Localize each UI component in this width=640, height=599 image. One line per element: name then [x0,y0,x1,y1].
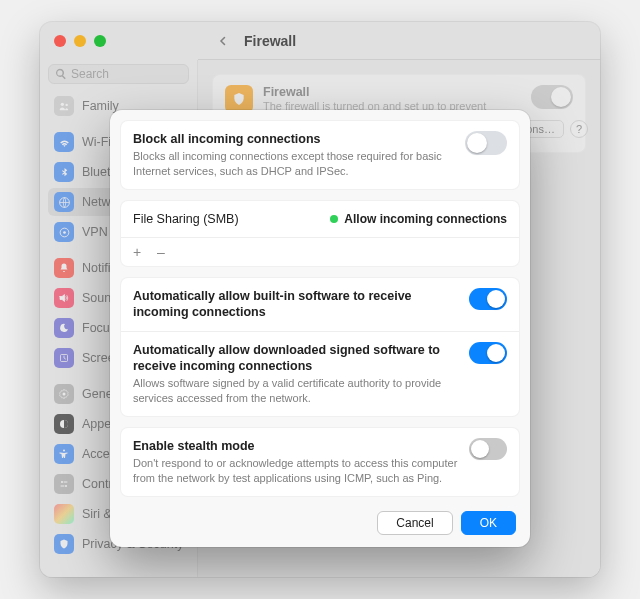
row-auto-builtin: Automatically allow built-in software to… [121,278,519,331]
stealth-toggle[interactable] [469,438,507,460]
block-all-toggle[interactable] [465,131,507,155]
auto-signed-toggle[interactable] [469,342,507,364]
file-sharing-label: File Sharing (SMB) [133,211,320,227]
stealth-desc: Don't respond to or acknowledge attempts… [133,456,459,486]
auto-builtin-title: Automatically allow built-in software to… [133,288,459,321]
ok-button[interactable]: OK [461,511,516,535]
firewall-options-dialog: Block all incoming connections Blocks al… [110,110,530,547]
modal-overlay: Block all incoming connections Blocks al… [40,22,600,577]
auto-signed-title: Automatically allow downloaded signed so… [133,342,459,375]
auto-builtin-toggle[interactable] [469,288,507,310]
system-settings-window: Search Family Wi-Fi Bluetooth [40,22,600,577]
row-auto-signed: Automatically allow downloaded signed so… [121,331,519,416]
block-all-title: Block all incoming connections [133,131,455,147]
stealth-title: Enable stealth mode [133,438,459,454]
add-remove-buttons[interactable]: + – [133,244,171,260]
add-remove-row: + – [121,237,519,266]
status-dot-icon [330,215,338,223]
block-all-desc: Blocks all incoming connections except t… [133,149,455,179]
cancel-button[interactable]: Cancel [377,511,452,535]
file-sharing-status: Allow incoming connections [330,212,507,226]
file-sharing-status-text: Allow incoming connections [344,212,507,226]
row-file-sharing[interactable]: File Sharing (SMB) Allow incoming connec… [121,201,519,237]
row-block-all: Block all incoming connections Blocks al… [121,121,519,189]
auto-signed-desc: Allows software signed by a valid certif… [133,376,459,406]
row-stealth: Enable stealth mode Don't respond to or … [121,428,519,496]
